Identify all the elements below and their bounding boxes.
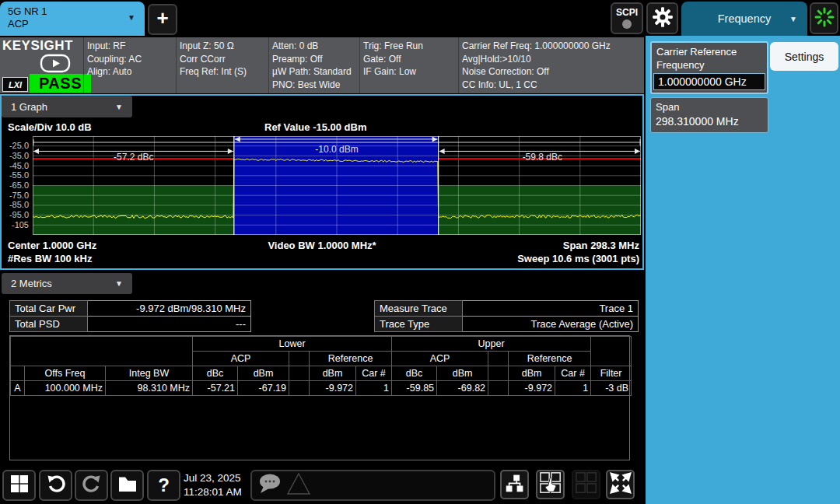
column-divider xyxy=(83,37,84,93)
col-filter: Filter xyxy=(591,366,632,381)
help-button[interactable]: ? xyxy=(147,470,180,501)
column-divider xyxy=(176,37,177,93)
measurement-label: -59.8 dBc xyxy=(523,152,562,163)
tab-settings[interactable]: Settings xyxy=(770,42,838,71)
spinner-icon xyxy=(814,6,835,31)
lower-ref-car-value: 1 xyxy=(356,381,392,396)
gear-icon xyxy=(652,6,674,31)
block-diagram-button[interactable] xyxy=(500,470,529,499)
scpi-indicator-button[interactable]: SCPI xyxy=(611,2,643,34)
redo-button[interactable] xyxy=(75,470,108,501)
upper-acp-dbc-value: -59.85 xyxy=(392,381,437,396)
offset-id: A xyxy=(11,381,25,396)
carrier-ref-freq-value[interactable]: 1.000000000 GHz xyxy=(653,73,765,90)
trace-type-value: Trace Average (Active) xyxy=(463,317,639,332)
keysight-logo: KEYSIGHT xyxy=(2,38,73,54)
windows-logo-icon xyxy=(10,474,29,496)
system-settings-button[interactable] xyxy=(646,2,678,34)
measurement-tab[interactable]: 5G NR 1 ACP ▼ xyxy=(0,2,145,36)
frequency-settings-panel: Carrier Reference Frequency 1.000000000 … xyxy=(646,36,840,504)
scpi-status-led xyxy=(622,19,632,29)
graph-selector-dropdown[interactable]: 1 Graph ▼ xyxy=(2,96,132,117)
subheader-upper-reference: Reference xyxy=(509,352,591,366)
question-mark-icon: ? xyxy=(158,474,170,496)
ref-value-label: Ref Value -15.00 dBm xyxy=(264,121,367,133)
pass-indicator: PASS xyxy=(30,74,91,93)
measurement-tab-subtitle: ACP xyxy=(8,18,137,30)
upper-ref-car-value: 1 xyxy=(555,381,591,396)
y-tick-label: -45.0 xyxy=(9,161,29,171)
lower-ref-dbm-value: -9.972 xyxy=(310,381,356,396)
redo-icon xyxy=(82,474,102,497)
measurement-label: -57.2 dBc xyxy=(114,152,153,163)
status-col-impedance: Input Z: 50 ΩCorr CCorrFreq Ref: Int (S) xyxy=(180,40,247,79)
chevron-down-icon: ▼ xyxy=(115,279,123,288)
col-upper-acp-dbc: dBc xyxy=(392,366,437,381)
trace-type-label: Trace Type xyxy=(375,317,463,332)
measurement-label: -10.0 dBm xyxy=(315,144,358,155)
y-tick-label: -105 xyxy=(12,220,29,230)
table-row: Trace Type Trace Average (Active) xyxy=(375,317,639,332)
windows-start-button[interactable] xyxy=(2,470,36,501)
chevron-down-icon: ▼ xyxy=(789,15,797,23)
message-bar[interactable] xyxy=(250,470,495,501)
sweep-annotation: Sweep 10.6 ms (3001 pts) xyxy=(0,253,639,264)
lower-acp-dbc-value: -57.21 xyxy=(193,381,238,396)
speech-bubble-icon xyxy=(257,471,285,499)
table-row: Measure Trace Trace 1 xyxy=(375,301,639,317)
table-row: Total Car Pwr -9.972 dBm/98.310 MHz xyxy=(10,301,251,317)
span-control[interactable]: Span 298.310000 MHz xyxy=(650,97,768,133)
add-measurement-button[interactable]: + xyxy=(148,4,177,35)
spectrum-plot[interactable]: -57.2 dBc-10.0 dBm-59.8 dBc xyxy=(33,136,641,235)
folder-icon xyxy=(117,474,138,497)
group-header-lower: Lower xyxy=(193,337,392,352)
subheader-lower-acp: ACP xyxy=(193,352,289,366)
grid-icon xyxy=(575,471,598,498)
y-tick-label: -75.0 xyxy=(9,191,29,201)
col-lower-ref-dbm: dBm xyxy=(310,366,356,381)
power-summary-table: Total Car Pwr -9.972 dBm/98.310 MHz Tota… xyxy=(9,300,251,332)
y-tick-label: -65.0 xyxy=(9,180,29,191)
y-tick-label: -25.0 xyxy=(9,141,29,151)
upper-ref-dbm-value: -9.972 xyxy=(509,381,555,396)
measure-trace-value: Trace 1 xyxy=(463,301,639,317)
column-divider xyxy=(359,37,360,93)
measure-trace-label: Measure Trace xyxy=(375,301,463,317)
alert-triangle-icon xyxy=(285,471,313,500)
y-tick-label: -55.0 xyxy=(9,170,29,180)
datetime-display: Jul 23, 2025 11:28:01 AM xyxy=(184,471,242,499)
span-value: 298.310000 MHz xyxy=(651,115,768,132)
column-divider xyxy=(458,37,459,93)
table-row: Total PSD --- xyxy=(10,317,251,332)
metrics-selector-dropdown[interactable]: 2 Metrics ▼ xyxy=(2,273,132,294)
busy-spinner-button[interactable] xyxy=(810,2,838,34)
filter-value: -3 dB xyxy=(591,381,632,396)
y-axis-tick-labels: -25.0-35.0-45.0-55.0-65.0-75.0-85.0-95.0… xyxy=(2,136,30,235)
total-car-pwr-value: -9.972 dBm/98.310 MHz xyxy=(88,301,251,317)
offs-freq-value: 100.000 MHz xyxy=(25,381,106,396)
trace-summary-table: Measure Trace Trace 1 Trace Type Trace A… xyxy=(374,300,639,332)
window-select-button[interactable] xyxy=(536,470,565,499)
integ-bw-value: 98.310 MHz xyxy=(106,381,193,396)
instrument-screen: 5G NR 1 ACP ▼ + SCPI Frequency ▼ xyxy=(0,0,840,504)
span-annotation: Span 298.3 MHz xyxy=(0,240,639,251)
status-col-atten: Atten: 0 dBPreamp: OffµW Path: StandardP… xyxy=(272,40,352,91)
fullscreen-button[interactable] xyxy=(606,470,635,499)
file-open-button[interactable] xyxy=(110,470,144,501)
undo-button[interactable] xyxy=(39,470,72,501)
system-status-bar: KEYSIGHT LXI PASS Input: RFCoupling: ACA… xyxy=(0,37,644,93)
menu-tab-frequency[interactable]: Frequency ▼ xyxy=(681,2,807,36)
block-diagram-icon xyxy=(505,473,525,496)
col-upper-ref-car: Car # xyxy=(555,366,591,381)
undo-icon xyxy=(46,474,66,497)
acp-results-frame: Lower Upper ACP Reference ACP Reference … xyxy=(9,335,630,460)
col-lower-ref-car: Car # xyxy=(356,366,392,381)
grid-hand-icon xyxy=(539,471,562,498)
col-lower-acp-dbm: dBm xyxy=(238,366,289,381)
expand-arrows-icon xyxy=(609,471,632,498)
carrier-ref-freq-label: Carrier Reference Frequency xyxy=(652,43,767,73)
col-lower-acp-dbc: dBc xyxy=(193,366,238,381)
carrier-reference-frequency-control[interactable]: Carrier Reference Frequency 1.000000000 … xyxy=(650,41,768,94)
status-col-trigger: Trig: Free RunGate: OffIF Gain: Low xyxy=(363,40,423,79)
span-label: Span xyxy=(651,98,768,115)
